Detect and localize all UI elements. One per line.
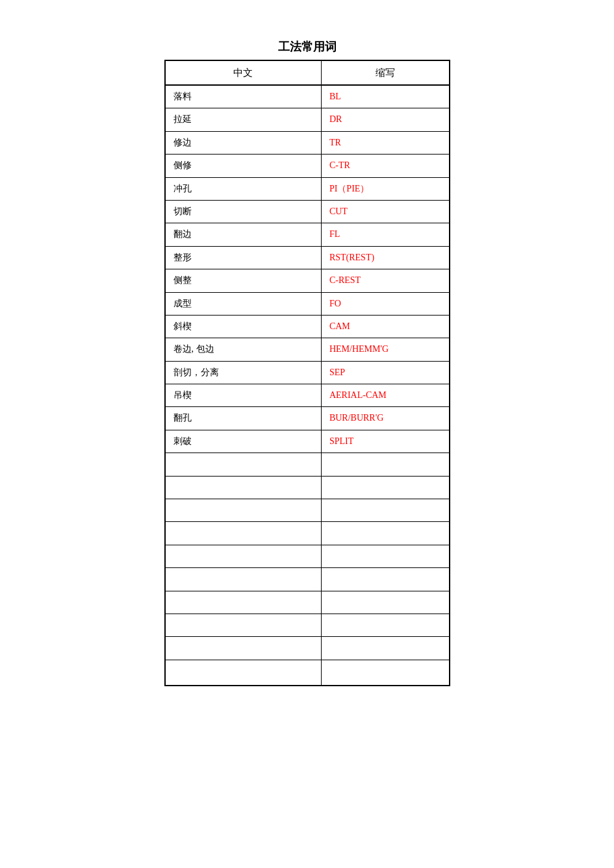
- cell-chinese: 冲孔: [165, 177, 322, 200]
- table-row: 卷边, 包边HEM/HEMM'G: [165, 338, 450, 361]
- cell-chinese: 落料: [165, 85, 322, 108]
- cell-chinese: 切断: [165, 200, 322, 223]
- cell-abbr: SPLIT: [321, 430, 449, 453]
- empty-cell-abbr: [321, 614, 449, 636]
- empty-cell-chinese: [165, 522, 322, 545]
- cell-abbr: C-TR: [321, 155, 449, 177]
- empty-row: [165, 637, 450, 660]
- empty-cell-chinese: [165, 637, 322, 660]
- table-row: 冲孔PI（PIE）: [165, 177, 450, 200]
- table-title: 工法常用词: [164, 39, 450, 55]
- cell-chinese: 卷边, 包边: [165, 338, 322, 361]
- cell-abbr: FL: [321, 223, 449, 246]
- cell-abbr: BUR/BURR'G: [321, 407, 449, 430]
- cell-chinese: 剖切，分离: [165, 361, 322, 384]
- cell-abbr: BL: [321, 85, 449, 108]
- table-row: 刺破SPLIT: [165, 430, 450, 453]
- empty-cell-abbr: [321, 660, 449, 686]
- empty-cell-chinese: [165, 614, 322, 636]
- empty-cell-abbr: [321, 453, 449, 476]
- cell-abbr: CUT: [321, 200, 449, 223]
- table-row: 整形RST(REST): [165, 246, 450, 269]
- empty-row: [165, 499, 450, 522]
- table-row: 落料BL: [165, 85, 450, 108]
- cell-chinese: 侧修: [165, 155, 322, 177]
- cell-abbr: TR: [321, 131, 449, 154]
- table-row: 成型FO: [165, 292, 450, 315]
- table-header-row: 中文 缩写: [165, 60, 450, 85]
- cell-chinese: 吊楔: [165, 384, 322, 407]
- empty-row: [165, 522, 450, 545]
- table-row: 吊楔AERIAL-CAM: [165, 384, 450, 407]
- cell-chinese: 翻孔: [165, 407, 322, 430]
- table-row: 翻孔BUR/BURR'G: [165, 407, 450, 430]
- cell-chinese: 斜楔: [165, 315, 322, 338]
- empty-cell-abbr: [321, 522, 449, 545]
- cell-abbr: PI（PIE）: [321, 177, 449, 200]
- cell-abbr: HEM/HEMM'G: [321, 338, 449, 361]
- table-row: 剖切，分离SEP: [165, 361, 450, 384]
- cell-abbr: CAM: [321, 315, 449, 338]
- empty-cell-chinese: [165, 453, 322, 476]
- empty-row: [165, 660, 450, 686]
- empty-cell-chinese: [165, 499, 322, 522]
- table-row: 修边TR: [165, 131, 450, 154]
- empty-cell-chinese: [165, 476, 322, 499]
- table-row: 切断CUT: [165, 200, 450, 223]
- cell-abbr: SEP: [321, 361, 449, 384]
- empty-cell-chinese: [165, 660, 322, 686]
- header-chinese: 中文: [165, 60, 322, 85]
- cell-chinese: 成型: [165, 292, 322, 315]
- empty-row: [165, 476, 450, 499]
- page-container: 工法常用词 中文 缩写 落料BL拉延DR修边TR侧修C-TR冲孔PI（PIE）切…: [112, 0, 502, 725]
- empty-cell-chinese: [165, 545, 322, 567]
- cell-abbr: RST(REST): [321, 246, 449, 269]
- empty-cell-abbr: [321, 568, 449, 591]
- empty-cell-abbr: [321, 591, 449, 614]
- header-abbr: 缩写: [321, 60, 449, 85]
- cell-chinese: 整形: [165, 246, 322, 269]
- cell-abbr: FO: [321, 292, 449, 315]
- cell-chinese: 翻边: [165, 223, 322, 246]
- cell-abbr: C-REST: [321, 269, 449, 292]
- cell-chinese: 侧整: [165, 269, 322, 292]
- empty-cell-chinese: [165, 568, 322, 591]
- empty-row: [165, 545, 450, 567]
- cell-abbr: DR: [321, 108, 449, 131]
- empty-cell-chinese: [165, 591, 322, 614]
- cell-abbr: AERIAL-CAM: [321, 384, 449, 407]
- table-row: 侧修C-TR: [165, 155, 450, 177]
- cell-chinese: 拉延: [165, 108, 322, 131]
- main-table: 中文 缩写 落料BL拉延DR修边TR侧修C-TR冲孔PI（PIE）切断CUT翻边…: [164, 60, 450, 686]
- empty-cell-abbr: [321, 499, 449, 522]
- table-row: 拉延DR: [165, 108, 450, 131]
- empty-row: [165, 453, 450, 476]
- empty-cell-abbr: [321, 637, 449, 660]
- empty-row: [165, 591, 450, 614]
- empty-cell-abbr: [321, 545, 449, 567]
- table-row: 侧整C-REST: [165, 269, 450, 292]
- empty-row: [165, 568, 450, 591]
- table-row: 斜楔CAM: [165, 315, 450, 338]
- empty-cell-abbr: [321, 476, 449, 499]
- cell-chinese: 修边: [165, 131, 322, 154]
- empty-row: [165, 614, 450, 636]
- table-row: 翻边FL: [165, 223, 450, 246]
- cell-chinese: 刺破: [165, 430, 322, 453]
